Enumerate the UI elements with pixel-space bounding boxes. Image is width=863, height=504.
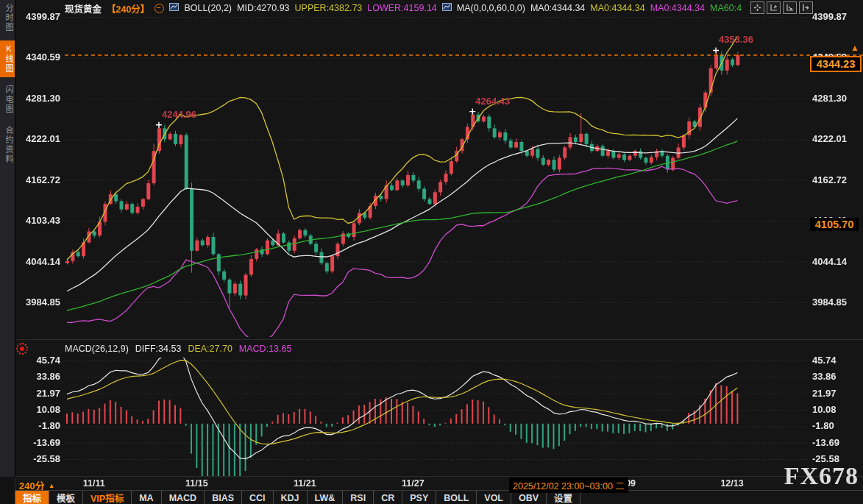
macd-axis-label-right: 10.08 [812, 404, 856, 415]
toolbar-item-11[interactable]: CR [373, 491, 402, 504]
macd-hist-value: MACD:13.65 [239, 344, 292, 354]
macd-axis-label: 21.97 [21, 388, 60, 399]
ma0-value-1: MA0:4344.34 [530, 3, 585, 13]
pane-divider [15, 339, 863, 340]
y-axis-label-right: 4399.87 [812, 11, 856, 22]
price-marker-arrow-icon: ▲ [850, 43, 859, 53]
price-annotation: 4353.36 [719, 34, 753, 45]
y-axis-label: 4162.72 [21, 174, 60, 185]
macd-axis-label-right: 45.74 [812, 355, 856, 366]
boll-indicator-icon[interactable] [169, 3, 179, 13]
y-axis-label-right: 3984.85 [812, 297, 856, 308]
ma-name: MA(0,0,0,60,0,0) [457, 3, 525, 13]
price-annotation: 4244.96 [162, 109, 196, 120]
indicator-toolbar: 指标模板VIP指标MAMACDBIASCCIKDJLW&RSICRPSYBOLL… [15, 490, 863, 504]
zoom-x-axis-icon[interactable] [783, 1, 797, 14]
macd-axis-label-right: 33.86 [812, 371, 856, 382]
secondary-price-box: 4105.70 [810, 218, 859, 231]
sidebar-tab-timeline[interactable]: 分时图 [0, 0, 15, 36]
trading-app-window: 分时图 K线图 闪电图 合约资料 现货黄金 【240分】 BOLL(20,2) … [0, 0, 863, 504]
hover-time-tooltip: 2025/12/02 23:00~03:00 二 [509, 478, 628, 493]
ma0-value-2: MA0:4344.34 [590, 3, 644, 13]
current-price-box: 4344.23 [810, 56, 862, 72]
x-date-label: 12/13 [711, 478, 753, 489]
boll-name: BOLL(20,2) [184, 3, 232, 13]
sidebar-tab-kline[interactable]: K线图 [0, 40, 15, 77]
x-date-label: 11/21 [284, 478, 325, 489]
y-axis-label: 4281.30 [21, 93, 60, 104]
chart-legend: 现货黄金 【240分】 BOLL(20,2) MID:4270.93 UPPER… [65, 2, 742, 14]
price-annotation: 4264.43 [475, 96, 510, 107]
chart-canvas[interactable] [0, 0, 863, 504]
toolbar-item-9[interactable]: LW& [307, 491, 343, 504]
y-axis-label: 4399.87 [21, 11, 60, 22]
y-axis-label-right: 4281.30 [812, 93, 856, 104]
boll-mid-value: MID:4270.93 [237, 3, 290, 13]
macd-axis-label: 10.08 [21, 404, 60, 415]
toolbar-item-5[interactable]: MACD [161, 491, 205, 504]
macd-axis-label-right: -13.69 [812, 437, 856, 448]
crosshair-icon[interactable] [750, 1, 764, 14]
macd-axis-label-right: -1.80 [812, 420, 856, 431]
macd-dea-value: DEA:27.70 [188, 344, 232, 354]
macd-axis-label: 45.74 [21, 355, 60, 366]
y-axis-label-right: 4044.14 [812, 256, 856, 267]
toolbar-item-3[interactable]: VIP指标 [82, 491, 131, 504]
y-axis-label: 4222.01 [21, 133, 60, 144]
toolbar-item-6[interactable]: BIAS [204, 491, 241, 504]
macd-axis-label: -1.80 [21, 420, 60, 431]
toolbar-item-8[interactable]: KDJ [273, 491, 307, 504]
boll-upper-value: UPPER:4382.73 [295, 3, 363, 13]
macd-name: MACD(26,12,9) [65, 344, 129, 354]
watermark: FX678 [784, 462, 859, 490]
axis-divider [15, 476, 863, 477]
macd-diff-value: DIFF:34.53 [135, 344, 182, 354]
zoom-y-axis-icon[interactable] [767, 1, 781, 14]
toolbar-item-14[interactable]: VOL [476, 491, 511, 504]
toolbar-item-13[interactable]: BOLL [436, 491, 476, 504]
y-axis-label: 4103.43 [21, 215, 60, 226]
sidebar-tab-lightning[interactable]: 闪电图 [0, 82, 15, 118]
y-axis-label-right: 4222.01 [812, 133, 856, 144]
y-axis-label: 3984.85 [21, 297, 60, 308]
macd-axis-label: -13.69 [21, 437, 60, 448]
y-axis-label-right: 4162.72 [812, 174, 856, 185]
x-date-label: 11/27 [392, 478, 433, 489]
pan-right-icon[interactable] [799, 1, 813, 14]
toolbar-item-2[interactable]: 模板 [49, 491, 82, 504]
toolbar-item-1[interactable]: 指标 [15, 491, 49, 504]
ma-indicator-icon[interactable] [442, 3, 452, 13]
macd-axis-label: 33.86 [21, 371, 60, 382]
toolbar-item-12[interactable]: PSY [402, 491, 436, 504]
ma0-value-3: MA0:4344.34 [650, 3, 705, 13]
y-axis-label: 4340.59 [21, 52, 60, 63]
toolbar-item-7[interactable]: CCI [241, 491, 273, 504]
macd-axis-label-right: 21.97 [812, 388, 856, 399]
chart-controls [750, 1, 813, 14]
toolbar-item-10[interactable]: RSI [342, 491, 373, 504]
x-date-label: 11/15 [176, 478, 217, 489]
x-date-label: 11/11 [74, 478, 115, 489]
y-axis-label: 4044.14 [21, 256, 60, 267]
period-label: 【240分】 [107, 1, 149, 15]
period-expand-icon: ▲ [49, 482, 55, 489]
period-toggle-icon[interactable] [155, 4, 164, 13]
macd-legend: MACD(26,12,9) DIFF:34.53 DEA:27.70 MACD:… [65, 344, 291, 354]
ma60-value: MA60:4 [710, 3, 742, 13]
macd-axis-label: -25.58 [21, 453, 60, 464]
sidebar-bottom-stub [0, 477, 15, 504]
toolbar-item-4[interactable]: MA [131, 491, 160, 504]
symbol-name: 现货黄金 [65, 1, 102, 15]
macd-settings-icon[interactable] [16, 343, 28, 355]
sidebar-tab-contract-info[interactable]: 合约资料 [0, 122, 15, 168]
boll-lower-value: LOWER:4159.14 [367, 3, 437, 13]
sidebar: 分时图 K线图 闪电图 合约资料 [0, 0, 15, 477]
